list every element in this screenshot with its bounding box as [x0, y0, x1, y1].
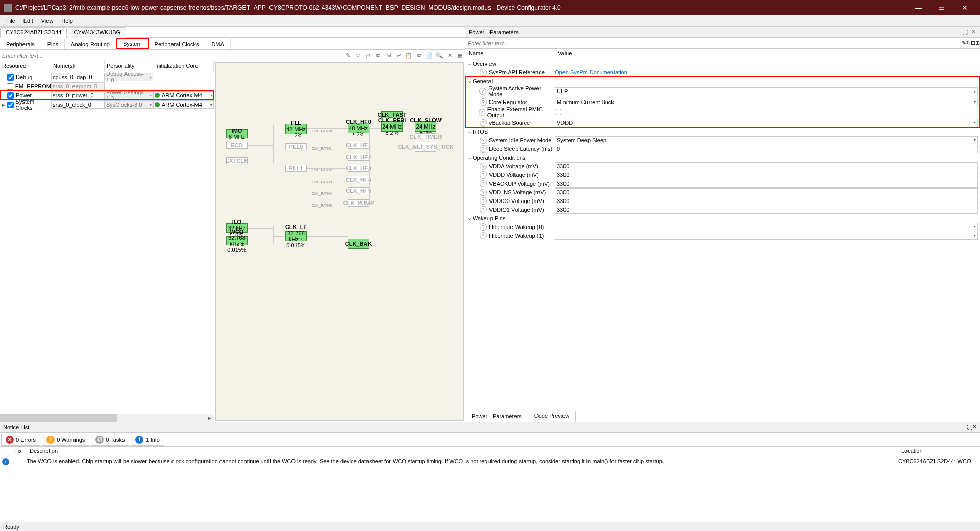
- section-overview[interactable]: ⌄Overview: [465, 59, 980, 68]
- clock-block-clk-hf1[interactable]: CLK_HF1: [348, 142, 369, 149]
- clock-block-clk-lf[interactable]: CLK_LF32.768 kHz ± 0.015%: [285, 231, 307, 241]
- clock-block-eco[interactable]: ECO: [226, 142, 248, 149]
- param-checkbox[interactable]: [555, 109, 561, 115]
- init-core-combo[interactable]: ARM Cortex-M4▾: [153, 91, 214, 99]
- help-icon[interactable]: ?: [480, 223, 487, 231]
- menu-help[interactable]: Help: [57, 17, 77, 25]
- params-header-name[interactable]: Name: [465, 49, 555, 59]
- resource-name-input[interactable]: [51, 73, 105, 81]
- clock-block-clk-slow[interactable]: CLK_SLOW24 MHz ± 2%: [415, 121, 436, 132]
- warnings-filter[interactable]: !0 Warnings: [42, 434, 89, 446]
- tab-analog-routing[interactable]: Analog-Routing: [65, 39, 116, 49]
- search-icon[interactable]: 🔍: [435, 52, 444, 60]
- filter-input[interactable]: [0, 52, 342, 60]
- scroll-right-icon[interactable]: ▸: [206, 414, 214, 422]
- minimize-button[interactable]: —: [907, 0, 930, 15]
- grid-icon[interactable]: ▦: [456, 52, 464, 60]
- chevron-down-icon[interactable]: ⌄: [465, 78, 473, 84]
- chevron-down-icon[interactable]: ⌄: [465, 154, 473, 161]
- clock-block-pll1[interactable]: PLL1: [285, 165, 307, 172]
- params-header-value[interactable]: Value: [555, 49, 980, 59]
- param-combo[interactable]: Minimum Current Buck▾: [555, 98, 978, 106]
- notice-header-desc[interactable]: Description: [27, 447, 898, 457]
- tab-pins[interactable]: Pins: [41, 39, 65, 49]
- param-combo[interactable]: VDDD▾: [555, 119, 978, 127]
- device-tab-1[interactable]: CYW4343WKUBG: [68, 27, 126, 38]
- info-filter[interactable]: i1 Info: [131, 434, 164, 446]
- pencil-icon[interactable]: ✎: [344, 52, 352, 60]
- clock-block-fll[interactable]: FLL48 MHz ± 2%: [285, 124, 307, 134]
- resource-name-input[interactable]: [51, 100, 105, 109]
- help-icon[interactable]: ?: [479, 109, 485, 116]
- close-button[interactable]: ✕: [953, 0, 976, 15]
- maximize-button[interactable]: ▭: [930, 0, 953, 15]
- pencil2-icon[interactable]: ✎: [962, 40, 966, 46]
- tree-hscroll[interactable]: ◂ ▸: [0, 414, 214, 422]
- help-icon[interactable]: ?: [480, 137, 487, 144]
- clock-block-clk-hf4[interactable]: CLK_HF4: [348, 176, 369, 183]
- tab-power-parameters[interactable]: Power - Parameters: [465, 411, 528, 422]
- expand-icon[interactable]: ⊞: [975, 40, 980, 46]
- menu-view[interactable]: View: [37, 17, 58, 25]
- clock-block-clk-hf2[interactable]: CLK_HF2: [348, 154, 369, 161]
- clock-block-clk-bak[interactable]: CLK_BAK: [348, 239, 369, 249]
- help-icon[interactable]: ?: [480, 98, 487, 106]
- param-input[interactable]: [555, 162, 978, 170]
- notice-close-icon[interactable]: ✕: [972, 424, 977, 431]
- tree-row-system-clocks[interactable]: ▸System ClocksSysClocks-3.0▾ARM Cortex-M…: [0, 100, 214, 109]
- help-icon[interactable]: ?: [480, 189, 487, 196]
- chevron-down-icon[interactable]: ⌄: [465, 60, 473, 67]
- cut-icon[interactable]: ✂: [395, 52, 403, 60]
- clock-block-clk-hf5[interactable]: CLK_HF5: [348, 187, 369, 194]
- params-filter-input[interactable]: [465, 39, 962, 47]
- export-icon[interactable]: ⇲: [384, 52, 393, 60]
- personality-combo[interactable]: SysClocks-3.0▾: [105, 100, 153, 109]
- param-input[interactable]: [555, 180, 978, 188]
- clipboard-icon[interactable]: 📄: [425, 52, 433, 60]
- help-icon[interactable]: ?: [480, 232, 487, 239]
- clear-icon[interactable]: ✕: [446, 52, 454, 60]
- scroll-thumb[interactable]: [0, 414, 117, 422]
- tab-code-preview[interactable]: Code Preview: [528, 411, 576, 422]
- th-init-core[interactable]: Initialization Core: [153, 61, 214, 72]
- copy-icon[interactable]: ⧉: [374, 52, 382, 60]
- th-personality[interactable]: Personality: [105, 61, 153, 72]
- tree-row-debug[interactable]: DebugDebug Access-1.0▾: [0, 72, 214, 82]
- tab-dma[interactable]: DMA: [205, 39, 230, 49]
- param-link[interactable]: Open SysPm Documentation: [555, 69, 627, 75]
- notice-header-loc[interactable]: Location: [898, 447, 980, 457]
- resource-checkbox[interactable]: [7, 92, 14, 99]
- init-core-combo[interactable]: ARM Cortex-M4▾: [153, 100, 214, 109]
- help-icon[interactable]: ?: [480, 69, 487, 76]
- th-names[interactable]: Name(s): [51, 61, 105, 72]
- tab-peripherals[interactable]: Peripherals: [0, 39, 41, 49]
- collapse-icon[interactable]: ⊟: [971, 40, 975, 46]
- help-icon[interactable]: ?: [480, 206, 487, 213]
- expand-icon[interactable]: ▸: [1, 102, 6, 108]
- section-rtos[interactable]: ⌄RTOS: [465, 127, 980, 136]
- param-input[interactable]: [555, 188, 978, 196]
- clock-block-clk-timer[interactable]: CLK_TIMER: [415, 133, 436, 140]
- help-icon[interactable]: ?: [480, 163, 487, 170]
- resource-name-input[interactable]: [51, 91, 105, 99]
- param-combo[interactable]: ▾: [555, 232, 978, 240]
- clock-block-imo[interactable]: IMO8 MHz: [226, 129, 248, 138]
- help-icon[interactable]: ?: [480, 119, 487, 127]
- device-tab-0[interactable]: CY8C624ABZI-S2D44: [0, 27, 67, 38]
- param-combo[interactable]: ULP▾: [555, 87, 978, 95]
- th-resource[interactable]: Resource: [0, 61, 51, 72]
- resource-checkbox[interactable]: [7, 102, 14, 108]
- section-general[interactable]: ⌄General: [465, 77, 980, 85]
- clock-block-clk-pump[interactable]: CLK_PUMP: [348, 199, 369, 207]
- help-icon[interactable]: ?: [479, 88, 486, 95]
- print-icon[interactable]: ⎙: [364, 52, 372, 60]
- clock-block-clk-hf0[interactable]: CLK_HF048 MHz ± 2%: [348, 123, 369, 133]
- clock-block-extclk[interactable]: EXTCLK: [226, 157, 248, 164]
- param-input[interactable]: [555, 197, 978, 205]
- chevron-down-icon[interactable]: ⌄: [465, 128, 473, 135]
- personality-combo[interactable]: Power Settings-1.3▾: [105, 91, 153, 99]
- section-wakeup-pins[interactable]: ⌄Wakeup Pins: [465, 214, 980, 222]
- resource-checkbox[interactable]: [7, 83, 13, 90]
- restore-icon[interactable]: ⛶: [961, 29, 968, 36]
- clock-diagram[interactable]: IMO8 MHzECOEXTCLKILO32 kHz ± 10%WCO32.76…: [215, 62, 464, 421]
